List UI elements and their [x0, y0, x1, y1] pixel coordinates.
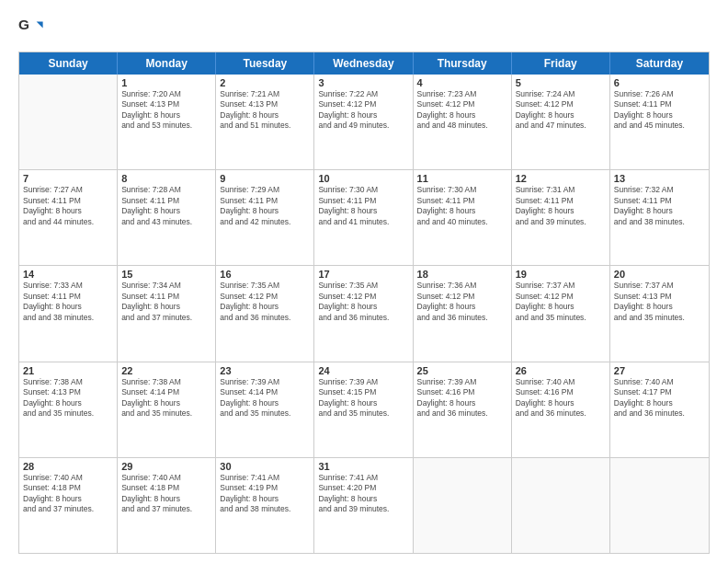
- day-number: 19: [516, 269, 606, 280]
- calendar-cell: 25Sunrise: 7:39 AMSunset: 4:16 PMDayligh…: [414, 362, 512, 457]
- sunrise-text: Sunrise: 7:40 AM: [23, 473, 113, 483]
- sunrise-text: Sunrise: 7:30 AM: [318, 185, 408, 195]
- calendar-cell: 10Sunrise: 7:30 AMSunset: 4:11 PMDayligh…: [314, 170, 413, 265]
- sunset-text: Sunset: 4:18 PM: [121, 483, 211, 493]
- sunrise-text: Sunrise: 7:41 AM: [220, 473, 310, 483]
- calendar-cell: 30Sunrise: 7:41 AMSunset: 4:19 PMDayligh…: [216, 458, 314, 553]
- sunset-text: Sunset: 4:19 PM: [220, 483, 310, 493]
- day-number: 27: [614, 365, 705, 376]
- sunset-text: Sunset: 4:13 PM: [23, 387, 113, 397]
- sunrise-text: Sunrise: 7:21 AM: [220, 89, 310, 99]
- day-number: 3: [318, 77, 408, 88]
- calendar-cell: 17Sunrise: 7:35 AMSunset: 4:12 PMDayligh…: [314, 266, 413, 361]
- daylight-minutes-text: and and 35 minutes.: [516, 313, 606, 323]
- sunset-text: Sunset: 4:11 PM: [23, 196, 113, 206]
- calendar-cell: [414, 458, 512, 553]
- daylight-text: Daylight: 8 hours: [417, 110, 507, 121]
- calendar-cell: 1Sunrise: 7:20 AMSunset: 4:13 PMDaylight…: [118, 75, 216, 169]
- calendar-row: 7Sunrise: 7:27 AMSunset: 4:11 PMDaylight…: [19, 170, 709, 266]
- daylight-text: Daylight: 8 hours: [318, 494, 408, 504]
- daylight-text: Daylight: 8 hours: [417, 206, 507, 216]
- sunset-text: Sunset: 4:14 PM: [121, 387, 211, 397]
- sunset-text: Sunset: 4:12 PM: [516, 99, 606, 109]
- daylight-text: Daylight: 8 hours: [318, 398, 408, 408]
- daylight-minutes-text: and and 35 minutes.: [23, 408, 113, 419]
- day-number: 11: [417, 173, 507, 184]
- sunrise-text: Sunrise: 7:39 AM: [220, 377, 310, 387]
- daylight-text: Daylight: 8 hours: [220, 494, 310, 504]
- day-number: 31: [318, 461, 408, 472]
- daylight-text: Daylight: 8 hours: [318, 110, 408, 121]
- sunrise-text: Sunrise: 7:40 AM: [121, 473, 211, 483]
- sunset-text: Sunset: 4:11 PM: [121, 196, 211, 206]
- page-header: G: [18, 17, 710, 42]
- sunrise-text: Sunrise: 7:40 AM: [614, 377, 705, 387]
- daylight-minutes-text: and and 36 minutes.: [220, 313, 310, 323]
- calendar-cell: [610, 458, 709, 553]
- sunrise-text: Sunrise: 7:41 AM: [318, 473, 408, 483]
- calendar-cell: 7Sunrise: 7:27 AMSunset: 4:11 PMDaylight…: [19, 170, 118, 265]
- daylight-minutes-text: and and 35 minutes.: [318, 408, 408, 419]
- day-number: 5: [516, 77, 606, 88]
- daylight-text: Daylight: 8 hours: [417, 302, 507, 312]
- sunset-text: Sunset: 4:16 PM: [417, 387, 507, 397]
- calendar-row: 28Sunrise: 7:40 AMSunset: 4:18 PMDayligh…: [19, 458, 709, 553]
- logo: G: [18, 17, 48, 42]
- daylight-text: Daylight: 8 hours: [121, 494, 211, 504]
- daylight-minutes-text: and and 36 minutes.: [516, 408, 606, 419]
- calendar-cell: [512, 458, 610, 553]
- calendar-row: 1Sunrise: 7:20 AMSunset: 4:13 PMDaylight…: [19, 75, 709, 170]
- sunset-text: Sunset: 4:11 PM: [614, 99, 705, 109]
- sunrise-text: Sunrise: 7:35 AM: [318, 281, 408, 291]
- weekday-header: Sunday: [19, 52, 118, 75]
- day-number: 30: [220, 461, 310, 472]
- daylight-text: Daylight: 8 hours: [23, 494, 113, 504]
- daylight-minutes-text: and and 41 minutes.: [318, 217, 408, 227]
- daylight-minutes-text: and and 48 minutes.: [417, 121, 507, 131]
- weekday-header: Thursday: [414, 52, 512, 75]
- daylight-minutes-text: and and 43 minutes.: [121, 217, 211, 227]
- daylight-minutes-text: and and 39 minutes.: [318, 504, 408, 514]
- sunrise-text: Sunrise: 7:30 AM: [417, 185, 507, 195]
- daylight-text: Daylight: 8 hours: [614, 206, 705, 216]
- daylight-text: Daylight: 8 hours: [220, 398, 310, 408]
- sunset-text: Sunset: 4:12 PM: [417, 292, 507, 302]
- sunset-text: Sunset: 4:11 PM: [23, 292, 113, 302]
- day-number: 14: [23, 269, 113, 280]
- daylight-minutes-text: and and 35 minutes.: [121, 408, 211, 419]
- daylight-minutes-text: and and 38 minutes.: [23, 313, 113, 323]
- day-number: 25: [417, 365, 507, 376]
- sunset-text: Sunset: 4:15 PM: [318, 387, 408, 397]
- sunset-text: Sunset: 4:11 PM: [516, 196, 606, 206]
- calendar-cell: 19Sunrise: 7:37 AMSunset: 4:12 PMDayligh…: [512, 266, 610, 361]
- sunset-text: Sunset: 4:18 PM: [23, 483, 113, 493]
- weekday-header: Saturday: [610, 52, 709, 75]
- daylight-minutes-text: and and 40 minutes.: [417, 217, 507, 227]
- daylight-text: Daylight: 8 hours: [417, 398, 507, 408]
- weekday-header: Friday: [512, 52, 610, 75]
- calendar-cell: 5Sunrise: 7:24 AMSunset: 4:12 PMDaylight…: [512, 75, 610, 169]
- svg-text:G: G: [18, 17, 29, 32]
- daylight-text: Daylight: 8 hours: [516, 302, 606, 312]
- day-number: 7: [23, 173, 113, 184]
- sunrise-text: Sunrise: 7:37 AM: [614, 281, 705, 291]
- daylight-minutes-text: and and 49 minutes.: [318, 121, 408, 131]
- calendar-cell: 31Sunrise: 7:41 AMSunset: 4:20 PMDayligh…: [314, 458, 413, 553]
- sunset-text: Sunset: 4:11 PM: [220, 196, 310, 206]
- calendar-cell: 27Sunrise: 7:40 AMSunset: 4:17 PMDayligh…: [610, 362, 709, 457]
- daylight-minutes-text: and and 53 minutes.: [121, 121, 211, 131]
- daylight-minutes-text: and and 42 minutes.: [220, 217, 310, 227]
- day-number: 22: [121, 365, 211, 376]
- daylight-text: Daylight: 8 hours: [121, 206, 211, 216]
- sunrise-text: Sunrise: 7:29 AM: [220, 185, 310, 195]
- calendar-cell: 28Sunrise: 7:40 AMSunset: 4:18 PMDayligh…: [19, 458, 118, 553]
- sunrise-text: Sunrise: 7:26 AM: [614, 89, 705, 99]
- day-number: 24: [318, 365, 408, 376]
- sunrise-text: Sunrise: 7:32 AM: [614, 185, 705, 195]
- weekday-header: Monday: [118, 52, 216, 75]
- calendar-cell: 24Sunrise: 7:39 AMSunset: 4:15 PMDayligh…: [314, 362, 413, 457]
- calendar-cell: 26Sunrise: 7:40 AMSunset: 4:16 PMDayligh…: [512, 362, 610, 457]
- sunrise-text: Sunrise: 7:27 AM: [23, 185, 113, 195]
- sunrise-text: Sunrise: 7:31 AM: [516, 185, 606, 195]
- sunrise-text: Sunrise: 7:36 AM: [417, 281, 507, 291]
